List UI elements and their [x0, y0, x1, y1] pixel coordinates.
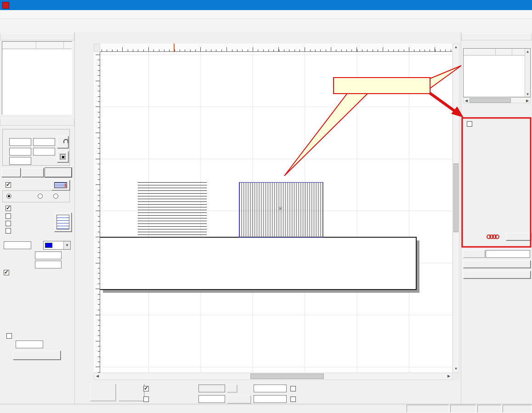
infinite-checkbox[interactable] [143, 386, 149, 391]
cross-hatch-checkbox[interactable] [6, 228, 11, 234]
param-name-row [463, 250, 530, 258]
cancel-fill-button[interactable] [13, 351, 61, 360]
align-lines-checkbox[interactable] [4, 270, 9, 275]
r-button[interactable] [227, 385, 237, 392]
mark-contour-checkbox[interactable] [6, 182, 11, 188]
aspect-lock-button[interactable] [57, 136, 68, 148]
cursor-position-marker [174, 44, 175, 52]
x-position-field[interactable] [9, 138, 31, 146]
line-count-field[interactable] [35, 251, 62, 259]
param-f3-button[interactable] [227, 395, 251, 403]
status-bar [0, 404, 532, 413]
fill2-radio[interactable] [38, 194, 43, 199]
black-hatch-object[interactable] [138, 182, 207, 238]
x-size-field[interactable] [33, 138, 55, 146]
array-button[interactable] [1, 168, 21, 177]
angle-field[interactable] [4, 241, 31, 249]
horizontal-scroll-thumb[interactable] [250, 374, 324, 379]
scroll-right-icon[interactable]: ▶ [446, 373, 452, 380]
param-name-field[interactable] [486, 250, 530, 258]
edit-toolbar [95, 34, 96, 35]
fill3-radio[interactable] [53, 194, 58, 199]
apply-button[interactable] [45, 168, 72, 177]
application-window: 1 [0, 0, 532, 413]
column-enabled[interactable] [512, 49, 525, 55]
column-view[interactable] [36, 42, 64, 49]
vertical-scrollbar[interactable]: ▲ ▼ [453, 44, 459, 373]
edge-pass-checkbox[interactable] [6, 221, 11, 226]
auto-rotate-checkbox[interactable] [6, 333, 12, 339]
scrollbar-corner [453, 373, 459, 380]
direction-preview-button[interactable] [54, 212, 72, 232]
column-name[interactable] [2, 42, 36, 49]
y-position-field[interactable] [9, 148, 31, 156]
minimize-button[interactable] [470, 0, 491, 10]
marker-table-hscroll[interactable]: ◀ ▶ [463, 97, 531, 103]
close-button[interactable] [511, 0, 532, 10]
maximize-button[interactable] [491, 0, 511, 10]
object-list-columns [2, 42, 72, 49]
main-toolbar [0, 19, 532, 33]
app-icon [2, 2, 9, 9]
count-field[interactable] [198, 395, 225, 403]
status-object-toggle[interactable] [503, 405, 532, 413]
contour-checkbox[interactable] [290, 386, 296, 391]
vertical-scroll-thumb[interactable] [453, 163, 458, 232]
more-params-button[interactable] [506, 233, 531, 240]
horizontal-scrollbar[interactable]: ◀ ▶ [94, 373, 453, 380]
fill1-radio-row [6, 194, 13, 199]
part-field[interactable] [198, 385, 225, 392]
z-position-field[interactable] [9, 157, 31, 165]
scroll-up-icon[interactable]: ▲ [525, 49, 530, 54]
column-color[interactable] [496, 49, 512, 55]
param-name-label [463, 250, 485, 258]
selected-checkbox[interactable] [143, 396, 149, 402]
active-row [6, 206, 13, 211]
drawing-canvas[interactable]: ✕ [100, 52, 452, 373]
scroll-right-icon[interactable]: ▶ [525, 98, 530, 103]
scroll-up-icon[interactable]: ▲ [453, 44, 459, 50]
direction-preview-icon [57, 215, 69, 229]
default-params-checkbox[interactable] [467, 121, 472, 127]
distance-field[interactable] [35, 261, 62, 268]
stream-checkbox[interactable] [290, 396, 296, 402]
mark-button[interactable] [119, 384, 144, 401]
scroll-left-icon[interactable]: ◀ [464, 98, 469, 103]
left-panel: 1 [0, 32, 75, 404]
fill1-radio[interactable] [6, 194, 11, 199]
scroll-left-icon[interactable]: ◀ [94, 373, 101, 380]
title-bar [0, 0, 532, 10]
mark-contour-row [6, 182, 13, 188]
marker-table-columns [464, 49, 530, 56]
object-list-header [0, 33, 74, 40]
column-marker-no[interactable] [464, 49, 496, 55]
scroll-down-icon[interactable]: ▼ [525, 91, 530, 97]
contour-row [290, 386, 298, 391]
scroll-down-icon[interactable]: ▼ [453, 366, 459, 372]
param-library-button[interactable] [463, 260, 531, 268]
fill2-radio-row [38, 194, 44, 199]
make-default-button[interactable] [463, 271, 531, 279]
status-grid-toggle[interactable] [450, 405, 476, 413]
marking-panel: ▲ ▼ ◀ ▶ [461, 32, 532, 404]
marker-combo[interactable]: ▼ [43, 241, 71, 250]
hscroll-thumb[interactable] [470, 98, 511, 103]
auto-rotate-row [6, 333, 14, 339]
status-aux-toggle[interactable] [477, 405, 501, 413]
anchor-grid-icon [60, 154, 66, 160]
selection-center-mark: ✕ [278, 206, 282, 211]
workpiece-outline[interactable] [100, 237, 417, 290]
red-pointer-button[interactable] [90, 384, 116, 401]
marker-color-swatch [45, 243, 52, 248]
y-size-field[interactable] [33, 148, 55, 156]
rotate-angle-field[interactable] [16, 340, 43, 348]
hatch-style-button[interactable]: 1 [51, 180, 70, 190]
anchor-point-button[interactable] [57, 151, 68, 162]
input-port-button[interactable] [22, 168, 44, 177]
chevron-down-icon[interactable]: ▼ [63, 241, 70, 249]
selected-row [143, 396, 151, 402]
calc-all-checkbox[interactable] [6, 213, 11, 219]
marker-table-vscroll[interactable]: ▲ ▼ [525, 49, 530, 97]
rings-icon[interactable] [487, 233, 505, 240]
active-checkbox[interactable] [6, 206, 11, 211]
